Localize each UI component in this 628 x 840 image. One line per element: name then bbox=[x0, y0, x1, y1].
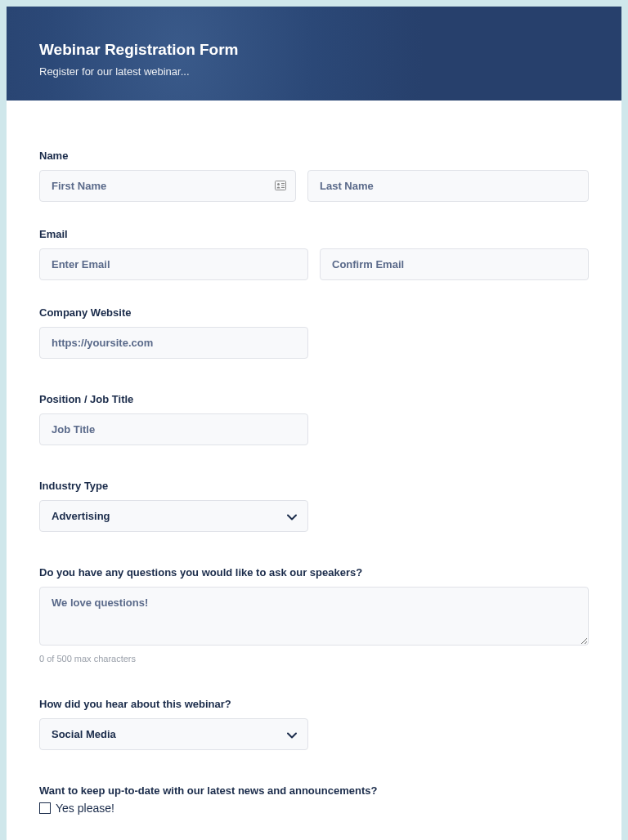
industry-group: Industry Type Advertising bbox=[39, 480, 589, 532]
email-input[interactable] bbox=[39, 248, 308, 280]
questions-textarea[interactable] bbox=[39, 587, 589, 646]
position-label: Position / Job Title bbox=[39, 393, 589, 405]
questions-label: Do you have any questions you would like… bbox=[39, 566, 589, 579]
name-group: Name bbox=[39, 150, 589, 202]
industry-label: Industry Type bbox=[39, 480, 589, 492]
form-header: Webinar Registration Form Register for o… bbox=[7, 7, 621, 101]
website-label: Company Website bbox=[39, 306, 589, 319]
email-label: Email bbox=[39, 228, 589, 240]
subscribe-checkbox[interactable] bbox=[39, 802, 51, 814]
last-name-input[interactable] bbox=[307, 170, 589, 202]
hear-group: How did you hear about this webinar? Soc… bbox=[39, 698, 589, 750]
subscribe-label: Want to keep up-to-date with our latest … bbox=[39, 784, 589, 797]
form-title: Webinar Registration Form bbox=[39, 41, 589, 59]
subscribe-option-label: Yes please! bbox=[56, 802, 114, 815]
first-name-input[interactable] bbox=[39, 170, 296, 202]
form-body: Name Email Company Website bbox=[7, 101, 621, 840]
confirm-email-input[interactable] bbox=[320, 248, 589, 280]
subscribe-group: Want to keep up-to-date with our latest … bbox=[39, 784, 589, 815]
questions-hint: 0 of 500 max characters bbox=[39, 654, 589, 664]
hear-select[interactable]: Social Media bbox=[39, 718, 308, 750]
website-input[interactable] bbox=[39, 327, 308, 359]
website-group: Company Website bbox=[39, 306, 589, 359]
position-input[interactable] bbox=[39, 413, 308, 445]
hear-label: How did you hear about this webinar? bbox=[39, 698, 589, 710]
position-group: Position / Job Title bbox=[39, 393, 589, 445]
email-group: Email bbox=[39, 228, 589, 280]
page-container: Webinar Registration Form Register for o… bbox=[7, 7, 621, 840]
industry-select[interactable]: Advertising bbox=[39, 500, 308, 532]
questions-group: Do you have any questions you would like… bbox=[39, 566, 589, 664]
name-label: Name bbox=[39, 150, 589, 162]
form-subtitle: Register for our latest webinar... bbox=[39, 65, 589, 78]
